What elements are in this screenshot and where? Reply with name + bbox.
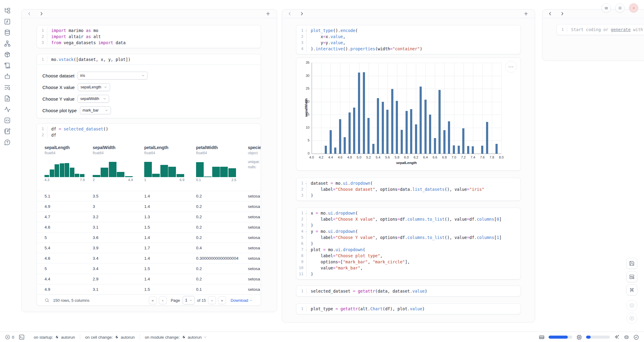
table-row[interactable]: 5.43.91.70.4setosa bbox=[37, 243, 261, 253]
code-text: x = mo.ui.dropdown( bbox=[307, 210, 358, 216]
activity-icon[interactable] bbox=[4, 106, 11, 113]
table-row[interactable]: 4.93.11.50.1setosa bbox=[37, 284, 261, 294]
table-row[interactable]: 4.73.21.30.2setosa bbox=[37, 212, 261, 222]
menu-button[interactable] bbox=[602, 3, 611, 12]
notebook-pen-icon[interactable] bbox=[4, 128, 11, 135]
fold-chevron-icon[interactable]: ⌄ bbox=[305, 228, 307, 234]
dropdown-select[interactable]: mark_bar bbox=[80, 106, 111, 114]
runtime-setting-1[interactable]: on cell change:autorun bbox=[80, 335, 140, 340]
code-cell-xy-plot-dropdowns[interactable]: 1⌄x = mo.ui.dropdown(2 label="Choose X v… bbox=[296, 208, 521, 280]
first-page-button[interactable]: « bbox=[149, 296, 157, 304]
table-row[interactable]: 4.931.40.2setosa bbox=[37, 201, 261, 212]
copilot-icon[interactable] bbox=[624, 334, 629, 340]
layout-button[interactable] bbox=[626, 271, 637, 282]
file-text-icon[interactable] bbox=[4, 95, 11, 102]
package-icon[interactable] bbox=[4, 51, 11, 58]
next-page-button[interactable]: › bbox=[208, 296, 216, 304]
table-column-header[interactable]: sepalWidthfloat6424.4 bbox=[93, 140, 144, 191]
terminal-icon[interactable] bbox=[19, 334, 25, 340]
database-icon[interactable] bbox=[4, 29, 11, 36]
save-icon bbox=[629, 261, 635, 266]
code-text: plot_type().encode( bbox=[307, 27, 358, 34]
dropdown-select[interactable]: sepalWidth bbox=[77, 95, 109, 103]
gridline-x bbox=[454, 63, 454, 154]
table-cell: 2.9 bbox=[93, 277, 144, 281]
column1-next-button[interactable] bbox=[39, 11, 44, 16]
code-cell-plot-type[interactable]: 1plot_type = getattr(alt.Chart(df), plot… bbox=[296, 303, 521, 314]
function-square-icon[interactable] bbox=[4, 18, 11, 25]
settings-button[interactable] bbox=[615, 3, 624, 12]
network-icon[interactable] bbox=[4, 40, 11, 47]
fold-chevron-icon[interactable]: ⌄ bbox=[305, 247, 307, 253]
code-cell-dataframe[interactable]: 1df = selected_dataset()2dfsepalLengthfl… bbox=[37, 123, 261, 306]
file-tree-icon[interactable] bbox=[4, 7, 11, 14]
column3-prev-button[interactable] bbox=[547, 11, 553, 16]
bot-icon[interactable] bbox=[4, 73, 11, 80]
column1-add-cell-button[interactable] bbox=[265, 11, 271, 16]
connection-status-icon[interactable] bbox=[633, 334, 639, 340]
table-row[interactable]: 53.41.50.2setosa bbox=[37, 263, 261, 274]
chart-output-cell[interactable]: 4.04.24.44.64.85.05.25.45.65.86.06.26.46… bbox=[296, 58, 521, 171]
column-name: sepalWidth bbox=[93, 140, 144, 150]
table-column-header[interactable]: petalWidthfloat640.12.5 bbox=[196, 140, 248, 191]
table-column-header[interactable]: speciesobjectunique:nulls: bbox=[248, 140, 261, 191]
dropdown-value: sepalLength bbox=[80, 85, 101, 89]
play-button[interactable] bbox=[626, 313, 637, 324]
dropdown-select[interactable]: iris bbox=[77, 72, 148, 80]
code-line: 11) bbox=[296, 271, 521, 277]
code-cell-dataset-dropdown[interactable]: 1⌄dataset = mo.ui.dropdown(2 label="Choo… bbox=[296, 178, 521, 201]
help-circle-icon[interactable] bbox=[4, 139, 11, 146]
command-button[interactable] bbox=[626, 284, 637, 295]
column-name: petalWidth bbox=[196, 140, 248, 150]
column2-add-cell-button[interactable] bbox=[523, 11, 529, 16]
fold-chevron-icon[interactable]: ⌄ bbox=[305, 27, 307, 34]
histogram-bar bbox=[93, 175, 100, 177]
column2-prev-button[interactable] bbox=[287, 11, 292, 16]
page-select[interactable]: 1 bbox=[183, 296, 195, 305]
code-cell-imports[interactable]: 1import marimo as mo2import altair as al… bbox=[37, 25, 261, 48]
prev-page-button[interactable]: ‹ bbox=[159, 296, 167, 304]
search-icon[interactable] bbox=[45, 298, 49, 303]
error-counter[interactable]: 0 bbox=[5, 334, 14, 340]
table-row[interactable]: 4.63.11.50.2setosa bbox=[37, 222, 261, 232]
column3-next-button[interactable] bbox=[560, 11, 565, 16]
last-page-button[interactable]: » bbox=[218, 296, 226, 304]
save-button[interactable] bbox=[626, 258, 637, 269]
error-count: 0 bbox=[12, 335, 14, 340]
code-cell-plot-encode[interactable]: 1⌄plot_type().encode(2 x=x.value,3 y=y.v… bbox=[296, 25, 521, 54]
line-number: 1⌄ bbox=[296, 210, 307, 216]
table-row[interactable]: 53.61.40.2setosa bbox=[37, 232, 261, 243]
chart-options-button[interactable]: ••• bbox=[505, 61, 517, 73]
runtime-setting-2[interactable]: on module change:autorun bbox=[140, 335, 212, 340]
close-button[interactable] bbox=[629, 3, 638, 12]
fold-chevron-icon[interactable]: ⌄ bbox=[305, 180, 307, 186]
code-square-icon[interactable] bbox=[4, 117, 11, 124]
table-column-header[interactable]: petalLengthfloat6416.9 bbox=[144, 140, 196, 191]
table-cell: 0.2 bbox=[196, 235, 248, 240]
code-cell-vstack[interactable]: 1mo.vstack([dataset, x, y, plot])Choose … bbox=[37, 54, 261, 118]
dropdown-select[interactable]: sepalLength bbox=[78, 83, 110, 91]
cpu-usage-meter[interactable] bbox=[586, 336, 610, 339]
statusbar-right bbox=[539, 334, 639, 340]
fold-chevron-icon[interactable]: ⌄ bbox=[305, 210, 307, 216]
column-name: petalLength bbox=[144, 140, 196, 150]
table-cell: 4.7 bbox=[45, 215, 93, 219]
table-column-header[interactable]: sepalLengthfloat644.37.9 bbox=[45, 140, 93, 191]
code-text: y=y.value, bbox=[307, 40, 345, 46]
table-cell: 3.4 bbox=[93, 256, 144, 261]
code-cell-selected-dataset[interactable]: 1selected_dataset = getattr(data, datase… bbox=[296, 286, 521, 297]
column2-next-button[interactable] bbox=[299, 11, 305, 16]
ai-sparkles-icon[interactable] bbox=[614, 334, 620, 340]
code-text: selected_dataset = getattr(data, dataset… bbox=[307, 288, 427, 294]
runtime-setting-0[interactable]: on startup:autorun bbox=[29, 335, 80, 340]
ram-usage-meter[interactable] bbox=[549, 336, 572, 339]
stop-button[interactable] bbox=[626, 300, 637, 311]
table-row[interactable]: 5.13.51.40.2setosa bbox=[37, 191, 261, 201]
column1-prev-button[interactable] bbox=[27, 11, 32, 16]
download-button[interactable]: Download bbox=[231, 298, 253, 303]
empty-code-cell[interactable]: 1Start coding or generate with AI bbox=[556, 24, 644, 35]
table-row[interactable]: 4.63.41.40.30000000000000004setosa bbox=[37, 253, 261, 263]
scroll-icon[interactable] bbox=[4, 62, 11, 69]
text-search-icon[interactable] bbox=[4, 84, 11, 91]
table-row[interactable]: 4.42.91.40.2setosa bbox=[37, 274, 261, 284]
